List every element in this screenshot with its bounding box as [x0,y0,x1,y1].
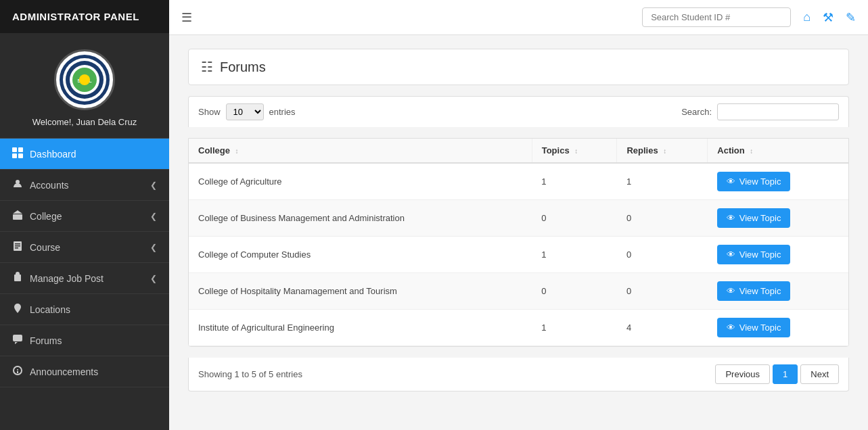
chevron-right-icon: ❮ [150,212,157,221]
locations-icon [12,303,23,316]
sort-icon-college: ↕ [235,147,239,155]
sidebar-header: ADMINISTRATOR PANEL [0,0,169,33]
college-icon [12,210,23,222]
sidebar-item-forums-label: Forums [30,335,62,346]
cell-action: 👁View Topic [708,163,848,200]
table-controls: Show 10 25 50 100 entries Search: [188,96,849,127]
sidebar-item-college[interactable]: College ❮ [0,201,169,232]
cell-replies: 0 [617,273,708,310]
table-row: College of Business Management and Admin… [189,200,848,237]
svg-rect-19 [13,335,22,341]
eye-icon: 👁 [727,213,735,223]
sidebar: ADMINISTRATOR PANEL SEAL Welcome!, Juan … [0,0,169,430]
sidebar-welcome: Welcome!, Juan Dela Cruz [32,117,137,127]
view-topic-button[interactable]: 👁View Topic [717,318,791,337]
sidebar-item-announcements-label: Announcements [30,366,98,377]
svg-rect-10 [18,153,23,158]
menu-icon[interactable]: ☰ [181,10,192,25]
col-action-label: Action [717,145,744,156]
prev-button[interactable]: Previous [715,364,770,384]
table-row: Institute of Agricultural Engineering14👁… [189,310,848,346]
cell-action: 👁View Topic [708,237,848,273]
announcements-icon [12,365,23,378]
sidebar-item-accounts[interactable]: Accounts ❮ [0,170,169,201]
view-topic-button[interactable]: 👁View Topic [717,245,791,264]
sidebar-item-accounts-label: Accounts [30,180,69,191]
svg-rect-7 [12,147,17,152]
svg-rect-20 [17,371,18,373]
sidebar-item-dashboard[interactable]: Dashboard [0,139,169,170]
cell-action: 👁View Topic [708,273,848,310]
col-action[interactable]: Action ↕ [708,139,848,163]
sort-icon-action: ↕ [750,147,753,155]
cell-replies: 4 [617,310,708,346]
main-area: ☰ ⌂ ⚒ ✎ ☷ Forums Show 10 25 50 100 entri… [169,0,868,430]
eye-icon: 👁 [727,286,735,296]
showing-info: Showing 1 to 5 of 5 entries [198,369,302,379]
cell-topics: 0 [532,200,617,237]
page-1-button[interactable]: 1 [773,364,798,384]
svg-rect-14 [15,243,20,245]
search-student-id-input[interactable] [642,7,791,27]
cell-college: College of Agriculture [189,163,532,200]
accounts-icon [12,178,23,191]
topbar: ☰ ⌂ ⚒ ✎ [169,0,868,35]
next-button[interactable]: Next [800,364,839,384]
svg-rect-12 [13,214,22,220]
sidebar-item-forums[interactable]: Forums [0,325,169,356]
sort-icon-topics: ↕ [574,147,578,155]
cell-replies: 1 [617,163,708,200]
avatar: SEAL [54,49,115,110]
pagination-row: Showing 1 to 5 of 5 entries Previous 1 N… [188,358,849,391]
col-topics[interactable]: Topics ↕ [532,139,617,163]
table-search-input[interactable] [717,103,839,120]
cell-college: College of Hospitality Manamagement and … [189,273,532,310]
chevron-right-icon: ❮ [150,181,157,190]
grid-icon: ☷ [201,59,213,75]
pagination: Previous 1 Next [715,364,839,384]
edit-icon[interactable]: ✎ [846,10,856,25]
table-row: College of Hospitality Manamagement and … [189,273,848,310]
view-topic-label: View Topic [739,286,781,296]
view-topic-button[interactable]: 👁View Topic [717,281,791,301]
sidebar-item-college-label: College [30,211,62,222]
sidebar-item-locations[interactable]: Locations [0,294,169,325]
wrench-icon[interactable]: ⚒ [823,10,833,25]
cell-action: 👁View Topic [708,310,848,346]
table-body: College of Agriculture11👁View TopicColle… [189,163,848,346]
page-title-bar: ☷ Forums [188,49,849,85]
col-replies[interactable]: Replies ↕ [617,139,708,163]
view-topic-label: View Topic [739,322,781,333]
eye-icon: 👁 [727,249,735,260]
col-topics-label: Topics [542,145,570,156]
sidebar-item-manage-job-post[interactable]: Manage Job Post ❮ [0,263,169,294]
forums-icon [12,334,23,347]
content-area: ☷ Forums Show 10 25 50 100 entries Searc… [169,35,868,430]
view-topic-button[interactable]: 👁View Topic [717,172,791,191]
chevron-right-icon: ❮ [150,243,157,252]
view-topic-button[interactable]: 👁View Topic [717,208,791,228]
svg-point-6 [79,74,90,85]
cell-topics: 1 [532,163,617,200]
sidebar-item-course[interactable]: Course ❮ [0,232,169,263]
svg-rect-16 [15,247,18,249]
eye-icon: 👁 [727,322,735,333]
entries-select[interactable]: 10 25 50 100 [226,103,264,120]
sidebar-nav: Dashboard Accounts ❮ [0,139,169,430]
cell-topics: 1 [532,237,617,273]
sidebar-item-announcements[interactable]: Announcements [0,356,169,387]
sidebar-profile: SEAL Welcome!, Juan Dela Cruz [0,33,169,139]
sort-icon-replies: ↕ [663,147,666,155]
cell-action: 👁View Topic [708,200,848,237]
col-college[interactable]: College ↕ [189,139,532,163]
svg-rect-9 [12,153,17,158]
course-icon [12,241,23,254]
svg-rect-8 [18,147,23,152]
forums-table-wrapper: College ↕ Topics ↕ Replies ↕ Action [188,138,849,347]
table-search-box: Search: [681,103,839,120]
cell-college: College of Business Management and Admin… [189,200,532,237]
entries-label: entries [269,107,296,117]
forums-table: College ↕ Topics ↕ Replies ↕ Action [189,139,848,346]
view-topic-label: View Topic [739,249,781,260]
home-icon[interactable]: ⌂ [803,10,810,24]
